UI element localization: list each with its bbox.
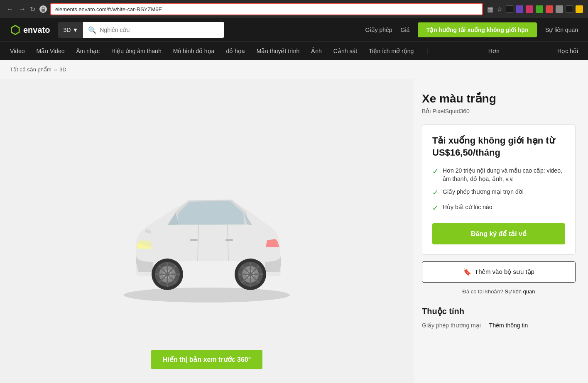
product-view: Hiển thị bản xem trước 360°: [0, 79, 414, 383]
attr-license-link[interactable]: Thêm thông tin: [489, 322, 528, 329]
breadcrumb: Tất cả sản phẩm » 3D: [0, 60, 588, 79]
nav-item-more[interactable]: Hơn: [488, 42, 500, 60]
svg-rect-22: [225, 239, 233, 241]
pricing-title: Tải xuống không giới hạn từ US$16,50/thá…: [432, 135, 565, 159]
feature-list: ✓ Hơn 20 triệu nội dung và mẫu cao cấp: …: [432, 167, 565, 213]
feature-text-3: Hủy bất cứ lúc nào: [443, 203, 492, 212]
attributes-section: Thuộc tính Giấy phép thương mại Thêm thô…: [422, 306, 576, 329]
product-title: Xe màu trắng: [422, 92, 576, 105]
signin-link-2[interactable]: Sự liên quan: [505, 288, 535, 295]
logo-leaf-icon: ⬡: [10, 23, 20, 37]
signup-button[interactable]: Đăng ký để tải về: [432, 223, 565, 244]
ext-icon-8[interactable]: [576, 5, 583, 13]
svg-rect-21: [190, 239, 198, 241]
nav-item-plugins[interactable]: Tiện ích mở rộng: [369, 42, 414, 60]
nav-item-photo[interactable]: Ảnh: [311, 42, 322, 60]
browser-chrome: ← → ↻ elements.envato.com/fr/white-car-R…: [0, 0, 588, 18]
star-icon[interactable]: ☆: [497, 5, 502, 13]
preview-360-button[interactable]: Hiển thị bản xem trước 360°: [151, 350, 262, 369]
nav-item-3d[interactable]: Mô hình đồ họa: [173, 42, 215, 60]
feature-item-2: ✓ Giấy phép thương mại trọn đời: [432, 188, 565, 198]
translate-icon[interactable]: ▦: [487, 5, 493, 13]
category-select[interactable]: 3D ▼: [58, 22, 83, 38]
attributes-title: Thuộc tính: [422, 306, 576, 316]
nav-item-video[interactable]: Video: [10, 42, 25, 60]
nav-item-learn[interactable]: Học hỏi: [557, 42, 578, 60]
nav-item-footage[interactable]: Cảnh sát: [333, 42, 357, 60]
ext-icon-2[interactable]: [516, 5, 523, 13]
forward-button[interactable]: →: [17, 5, 27, 14]
nav-item-template-video[interactable]: Mẫu Video: [37, 42, 65, 60]
product-image: [103, 146, 311, 320]
nav-item-music[interactable]: Âm nhạc: [76, 42, 99, 60]
ext-icon-5[interactable]: [546, 5, 553, 13]
nav-bar: Video Mẫu Video Âm nhạc Hiệu ứng âm than…: [0, 41, 588, 60]
reload-button[interactable]: ↻: [30, 5, 35, 13]
check-icon-2: ✓: [432, 188, 439, 198]
svg-point-1: [124, 288, 290, 302]
add-to-collection-button[interactable]: 🔖 Thêm vào bộ sưu tập: [422, 261, 576, 283]
ext-icon-4[interactable]: [536, 5, 543, 13]
price-link[interactable]: Giá: [401, 27, 410, 33]
chevron-down-icon: ▼: [72, 27, 78, 33]
feature-item-1: ✓ Hơn 20 triệu nội dung và mẫu cao cấp: …: [432, 167, 565, 183]
security-icon: [39, 5, 47, 13]
feature-text-2: Giấy phép thương mại trọn đời: [443, 188, 524, 196]
search-input-wrap: 🔍: [83, 22, 224, 38]
license-link[interactable]: Giấy phép: [365, 27, 392, 33]
address-bar-container: elements.envato.com/fr/white-car-RSYZM6E: [39, 3, 483, 15]
browser-nav-buttons: ← → ↻: [5, 5, 35, 14]
product-author: Bởi PixelSquid360: [422, 108, 576, 115]
product-sidebar: Xe màu trắng Bởi PixelSquid360 Tải xuống…: [414, 79, 588, 383]
main-content: Hiển thị bản xem trước 360° Xe màu trắng…: [0, 79, 588, 383]
attribute-row-license: Giấy phép thương mại Thêm thông tin: [422, 322, 576, 329]
account-text: Đã có tài khoản? Sự liên quan: [422, 288, 576, 295]
ext-icon-7[interactable]: [566, 5, 573, 13]
svg-rect-0: [42, 9, 45, 12]
feature-item-3: ✓ Hủy bất cứ lúc nào: [432, 203, 565, 213]
ext-icon-6[interactable]: [556, 5, 563, 13]
bookmark-icon: 🔖: [463, 268, 471, 276]
search-container: 3D ▼ 🔍: [58, 22, 224, 38]
ext-icon-1[interactable]: [506, 5, 513, 13]
check-icon-1: ✓: [432, 166, 439, 177]
logo-text: envato: [23, 25, 50, 35]
envato-logo[interactable]: ⬡ envato: [10, 23, 50, 37]
search-input[interactable]: [100, 27, 219, 33]
nav-item-presentation[interactable]: Mẫu thuyết trình: [257, 42, 300, 60]
header-links: Giấy phép Giá Tận hưởng tải xuống không …: [365, 22, 578, 37]
nav-divider: |: [427, 47, 429, 55]
subscribe-button[interactable]: Tận hưởng tải xuống không giới hạn: [418, 22, 537, 37]
nav-item-sfx[interactable]: Hiệu ứng âm thanh: [111, 42, 162, 60]
signin-link[interactable]: Sự liên quan: [545, 27, 578, 33]
browser-icons-right: ▦ ☆: [487, 5, 583, 13]
breadcrumb-separator: »: [54, 66, 57, 73]
nav-item-graphics[interactable]: đồ họa: [226, 42, 245, 60]
collection-btn-label: Thêm vào bộ sưu tập: [475, 268, 534, 276]
breadcrumb-home-link[interactable]: Tất cả sản phẩm: [10, 66, 51, 73]
back-button[interactable]: ←: [5, 5, 15, 14]
category-label: 3D: [63, 27, 71, 33]
extension-icons: [506, 5, 583, 13]
breadcrumb-current: 3D: [59, 66, 66, 73]
attr-license-label: Giấy phép thương mại: [422, 322, 481, 329]
address-input[interactable]: elements.envato.com/fr/white-car-RSYZM6E: [50, 3, 483, 15]
feature-text-1: Hơn 20 triệu nội dung và mẫu cao cấp: vi…: [443, 167, 565, 183]
envato-header: ⬡ envato 3D ▼ 🔍 Giấy phép Giá Tận hưởng …: [0, 18, 588, 41]
car-image-container: [103, 146, 311, 320]
check-icon-3: ✓: [432, 203, 439, 213]
search-icon: 🔍: [88, 26, 96, 34]
ext-icon-3[interactable]: [526, 5, 533, 13]
pricing-card: Tải xuống không giới hạn từ US$16,50/thá…: [422, 124, 576, 255]
